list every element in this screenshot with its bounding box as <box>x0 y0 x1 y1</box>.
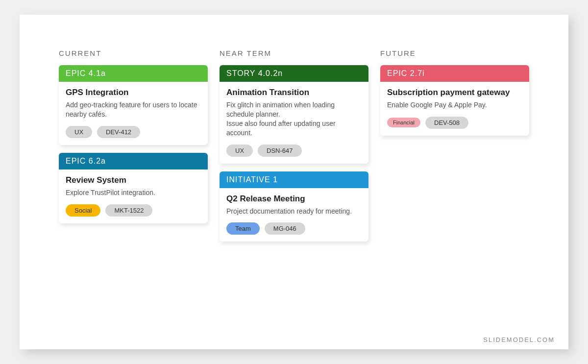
card-description: Add geo-tracking feature for users to lo… <box>66 100 201 119</box>
tag-dev-508[interactable]: DEV-508 <box>425 117 468 129</box>
card-body: Review System Explore TrustPilot integra… <box>59 170 208 223</box>
card-description: Project documentation ready for meeting. <box>226 207 362 216</box>
tag-row: Financial DEV-508 <box>387 117 522 129</box>
column-current: CURRENT EPIC 4.1a GPS Integration Add ge… <box>59 49 208 249</box>
card-epic-2-7i[interactable]: EPIC 2.7i Subscription payment gateway E… <box>380 65 529 136</box>
card-header: EPIC 2.7i <box>380 65 529 82</box>
tag-ux[interactable]: UX <box>66 126 92 138</box>
column-near-term: NEAR TERM STORY 4.0.2n Animation Transit… <box>220 49 368 249</box>
card-header: EPIC 6.2a <box>59 153 208 170</box>
tag-row: UX DEV-412 <box>66 126 201 138</box>
tag-dev-412[interactable]: DEV-412 <box>97 126 140 138</box>
card-epic-4-1a[interactable]: EPIC 4.1a GPS Integration Add geo-tracki… <box>59 65 208 145</box>
card-title: GPS Integration <box>66 88 201 97</box>
card-body: Q2 Release Meeting Project documentation… <box>220 188 368 242</box>
tag-ux[interactable]: UX <box>226 145 253 157</box>
card-title: Q2 Release Meeting <box>226 194 362 204</box>
columns-container: CURRENT EPIC 4.1a GPS Integration Add ge… <box>59 49 529 249</box>
card-description: Enable Google Pay & Apple Pay. <box>387 100 522 110</box>
tag-mg-046[interactable]: MG-046 <box>265 222 305 235</box>
tag-row: UX DSN-647 <box>226 145 362 157</box>
card-body: Animation Transition Fix glitch in anima… <box>220 82 368 164</box>
tag-dsn-647[interactable]: DSN-647 <box>258 145 301 157</box>
slide-canvas: CURRENT EPIC 4.1a GPS Integration Add ge… <box>20 15 568 349</box>
card-body: GPS Integration Add geo-tracking feature… <box>59 82 208 145</box>
tag-mkt-1522[interactable]: MKT-1522 <box>105 204 152 217</box>
card-description: Fix glitch in animation when loading sch… <box>226 100 362 138</box>
column-header: CURRENT <box>59 49 208 57</box>
card-body: Subscription payment gateway Enable Goog… <box>380 82 529 136</box>
card-header: STORY 4.0.2n <box>220 65 368 82</box>
card-description: Explore TrustPilot integration. <box>66 188 201 197</box>
column-header: FUTURE <box>380 49 529 57</box>
card-title: Review System <box>66 175 201 185</box>
tag-row: Team MG-046 <box>226 222 362 235</box>
tag-row: Social MKT-1522 <box>66 204 201 217</box>
watermark: SLIDEMODEL.COM <box>483 336 555 343</box>
tag-team[interactable]: Team <box>226 222 260 235</box>
column-header: NEAR TERM <box>220 49 368 57</box>
tag-financial[interactable]: Financial <box>387 118 420 127</box>
card-header: EPIC 4.1a <box>59 65 208 82</box>
card-story-4-0-2n[interactable]: STORY 4.0.2n Animation Transition Fix gl… <box>220 65 368 164</box>
card-title: Subscription payment gateway <box>387 88 522 97</box>
column-future: FUTURE EPIC 2.7i Subscription payment ga… <box>380 49 529 249</box>
tag-social[interactable]: Social <box>66 204 100 217</box>
card-header: INITIATIVE 1 <box>220 171 368 188</box>
card-title: Animation Transition <box>226 88 362 97</box>
card-epic-6-2a[interactable]: EPIC 6.2a Review System Explore TrustPil… <box>59 153 208 223</box>
card-initiative-1[interactable]: INITIATIVE 1 Q2 Release Meeting Project … <box>220 171 368 242</box>
